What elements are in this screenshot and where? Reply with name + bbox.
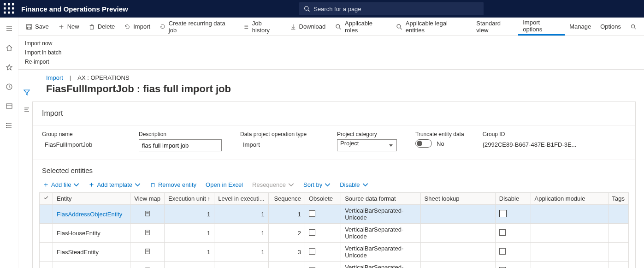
exec-unit-cell: 1 <box>165 205 214 224</box>
recent-icon[interactable] <box>2 80 17 93</box>
magnify-icon <box>335 23 342 30</box>
entity-name-cell[interactable]: FiasRoomEntity <box>53 262 130 268</box>
open-in-excel-button[interactable]: Open in Excel <box>202 180 247 190</box>
app-waffle-icon[interactable] <box>4 3 15 14</box>
svg-point-38 <box>397 24 401 28</box>
table-row[interactable]: FiasSteadEntity113VerticalBarSeparated-U… <box>40 243 629 262</box>
col-obsolete[interactable]: Obsolete <box>305 193 341 205</box>
col-entity[interactable]: Entity <box>53 193 130 205</box>
level-cell: 1 <box>214 224 268 243</box>
row-select-cell[interactable] <box>40 262 53 268</box>
star-icon[interactable] <box>2 61 17 74</box>
import-options-tab[interactable]: Import options <box>518 18 565 36</box>
obsolete-cell[interactable] <box>305 243 341 262</box>
applicable-roles-button[interactable]: Applicable roles <box>330 18 391 36</box>
magnify-icon <box>396 23 403 30</box>
new-button[interactable]: New <box>53 18 84 36</box>
add-file-button[interactable]: Add file <box>39 180 83 190</box>
view-map-cell[interactable] <box>130 205 165 224</box>
home-icon[interactable] <box>2 42 17 54</box>
create-recurring-button[interactable]: Create recurring data job <box>155 18 238 36</box>
svg-rect-6 <box>4 12 6 14</box>
col-application-module[interactable]: Application module <box>531 193 608 205</box>
group-id-field: Group ID {2992CE89-B667-487E-B1FD-3E... <box>483 131 577 151</box>
truncate-field: Truncate entity data No <box>415 131 464 151</box>
remove-entity-button[interactable]: Remove entity <box>146 180 200 190</box>
level-cell: 1 <box>214 262 268 268</box>
view-map-cell[interactable] <box>130 262 165 268</box>
entity-name-cell[interactable]: FiasAddressObjectEntity <box>53 205 130 224</box>
svg-line-10 <box>308 10 309 11</box>
obsolete-cell[interactable] <box>305 205 341 224</box>
row-select-cell[interactable] <box>40 224 53 243</box>
entity-name-cell[interactable]: FiasSteadEntity <box>53 243 130 262</box>
modules-icon[interactable] <box>2 119 17 132</box>
save-button[interactable]: Save <box>21 18 53 36</box>
manage-button[interactable]: Manage <box>565 18 596 36</box>
col-tags[interactable]: Tags <box>608 193 628 205</box>
col-select[interactable] <box>40 193 53 205</box>
check-icon <box>43 195 49 201</box>
col-level[interactable]: Level in executi... <box>214 193 268 205</box>
table-row[interactable]: FiasRoomEntity114VerticalBarSeparated-Un… <box>40 262 629 268</box>
sequence-cell: 2 <box>268 224 305 243</box>
search-icon <box>304 6 310 12</box>
obsolete-cell[interactable] <box>305 262 341 268</box>
col-sheet-lookup[interactable]: Sheet lookup <box>420 193 495 205</box>
disable-cell[interactable] <box>495 224 531 243</box>
description-label: Description <box>139 131 222 137</box>
delete-button[interactable]: Delete <box>84 18 120 36</box>
import-now-option[interactable]: Import now <box>21 39 644 48</box>
import-in-batch-option[interactable]: Import in batch <box>21 48 644 57</box>
view-map-cell[interactable] <box>130 224 165 243</box>
svg-rect-28 <box>90 25 93 29</box>
col-view-map[interactable]: View map <box>130 193 165 205</box>
sheet-lookup-cell[interactable] <box>420 205 495 224</box>
view-map-cell[interactable] <box>130 243 165 262</box>
col-disable[interactable]: Disable <box>495 193 531 205</box>
download-button[interactable]: Download <box>285 18 331 36</box>
row-select-cell[interactable] <box>40 243 53 262</box>
search-input[interactable] <box>313 6 479 12</box>
breadcrumb-import-link[interactable]: Import <box>46 74 63 81</box>
disable-cell[interactable] <box>495 262 531 268</box>
col-sequence[interactable]: Sequence <box>268 193 305 205</box>
description-input[interactable] <box>139 139 222 151</box>
group-name-label: Group name <box>42 131 120 137</box>
sheet-lookup-cell[interactable] <box>420 262 495 268</box>
chevron-down-icon <box>73 182 79 188</box>
disable-button[interactable]: Disable <box>336 180 372 190</box>
options-button[interactable]: Options <box>596 18 626 36</box>
table-row[interactable]: FiasHouseEntity112VerticalBarSeparated-U… <box>40 224 629 243</box>
global-search[interactable] <box>299 2 484 15</box>
col-execution-unit[interactable]: Execution unit↑ <box>165 193 214 205</box>
truncate-toggle[interactable]: No <box>415 139 464 148</box>
disable-cell[interactable] <box>495 205 531 224</box>
re-import-option[interactable]: Re-import <box>21 57 644 66</box>
hamburger-icon[interactable] <box>2 22 17 35</box>
sort-by-button[interactable]: Sort by <box>300 180 334 190</box>
group-name-value: FiasFullImportJob <box>42 139 120 151</box>
add-template-button[interactable]: Add template <box>85 180 144 190</box>
applicable-legal-entities-button[interactable]: Applicable legal entities <box>391 18 472 36</box>
project-category-select[interactable]: Project <box>337 139 397 151</box>
table-row[interactable]: FiasAddressObjectEntity111VerticalBarSep… <box>40 205 629 224</box>
disable-cell[interactable] <box>495 243 531 262</box>
chevron-down-icon <box>135 182 141 188</box>
filter-funnel-icon[interactable] <box>21 87 32 98</box>
entity-name-cell[interactable]: FiasHouseEntity <box>53 224 130 243</box>
job-history-button[interactable]: Job history <box>238 18 285 36</box>
row-select-cell[interactable] <box>40 205 53 224</box>
col-source-format[interactable]: Source data format <box>341 193 420 205</box>
sheet-lookup-cell[interactable] <box>420 224 495 243</box>
import-button[interactable]: Import <box>119 18 155 36</box>
workspace-icon[interactable] <box>2 100 17 113</box>
sheet-lookup-cell[interactable] <box>420 243 495 262</box>
find-button[interactable] <box>626 18 641 36</box>
svg-point-9 <box>305 6 308 10</box>
svg-point-36 <box>336 24 340 28</box>
obsolete-cell[interactable] <box>305 224 341 243</box>
standard-view-button[interactable]: Standard view <box>472 18 518 36</box>
related-info-icon[interactable] <box>21 104 32 115</box>
svg-rect-3 <box>4 7 6 10</box>
